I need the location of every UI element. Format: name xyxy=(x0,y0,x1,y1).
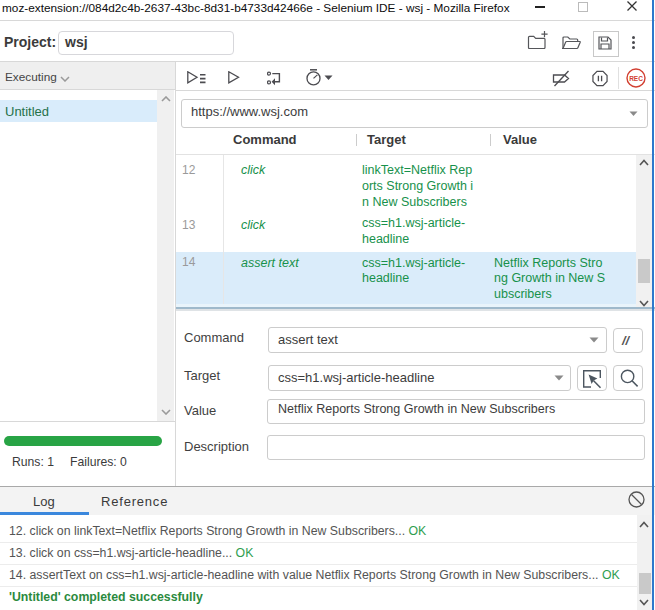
svg-text:REC: REC xyxy=(629,75,643,82)
